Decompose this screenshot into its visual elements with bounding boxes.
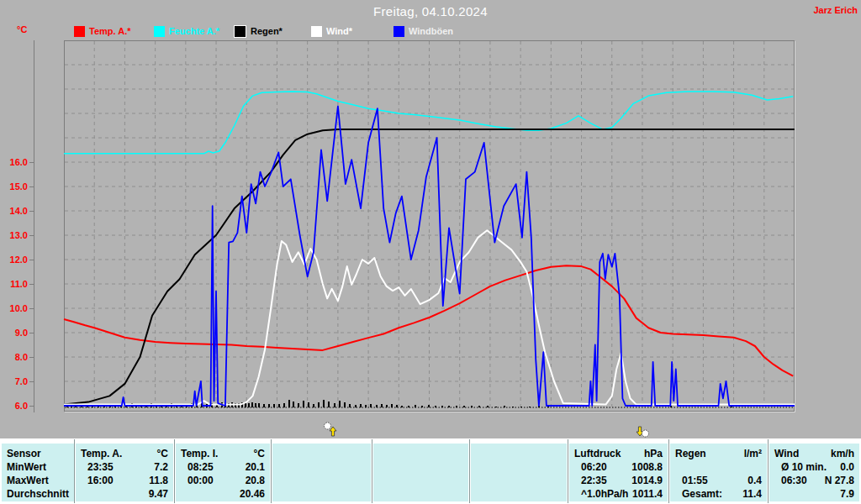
rain-interval-bar <box>448 406 450 407</box>
rain-interval-bar <box>547 407 549 407</box>
weather-app-window: Freitag, 04.10.2024 Jarz Erich °C Temp. … <box>0 0 861 504</box>
table-cell-left: Wind <box>774 447 799 460</box>
table-column-separator <box>768 439 769 503</box>
rain-interval-bar <box>386 405 388 407</box>
table-cell-value: °C <box>254 447 265 460</box>
rain-interval-bar <box>323 400 325 407</box>
table-row: Gesamt:11.4 <box>670 487 767 501</box>
table-column-temp-a-: Temp. A.°C23:357.216:0011.89.47 <box>76 444 173 501</box>
rain-interval-bar <box>293 402 294 407</box>
table-column-separator <box>668 439 669 503</box>
rain-interval-bar <box>245 403 246 407</box>
table-cell-value: °C <box>157 447 168 460</box>
table-cell-value: 1014.9 <box>631 474 663 487</box>
table-cell-left: Temp. A. <box>81 447 122 460</box>
table-row: 16:0011.8 <box>76 474 173 487</box>
rain-interval-bar <box>255 403 256 407</box>
table-cell-left: Temp. I. <box>181 447 218 460</box>
rain-interval-bar <box>365 405 367 407</box>
table-row <box>373 474 468 487</box>
table-row: 06:201008.8 <box>569 460 668 474</box>
rain-interval-bar <box>328 402 330 407</box>
table-cell-left <box>774 487 781 501</box>
rain-interval-bar <box>339 401 341 407</box>
table-header-row: Regenl/m² <box>670 447 767 460</box>
table-cell-left <box>378 474 385 487</box>
table-header-row: Temp. A.°C <box>76 447 173 460</box>
rain-interval-bar <box>303 401 304 407</box>
weather-chart <box>0 0 861 504</box>
table-row: MinWert <box>2 460 74 474</box>
rain-interval-bar <box>263 404 265 407</box>
table-cell-left <box>277 460 284 474</box>
table-cell-value: 1011.4 <box>632 487 663 501</box>
table-cell-left <box>378 460 385 474</box>
rain-interval-bar <box>456 406 457 407</box>
table-cell-value: 20.1 <box>246 460 265 474</box>
rain-interval-bar <box>463 406 465 407</box>
rain-interval-bar <box>251 402 253 407</box>
rain-interval-bar <box>273 404 275 407</box>
table-column-empty-4 <box>373 444 468 501</box>
table-row: 22:351014.9 <box>569 474 668 487</box>
table-cell-left: MinWert <box>7 460 46 474</box>
rain-interval-bar <box>258 403 260 407</box>
rain-interval-bar <box>495 407 497 407</box>
table-cell-value: 0.0 <box>840 460 854 474</box>
table-cell-left: MaxWert <box>7 474 49 487</box>
table-cell-left: 00:00 <box>181 474 214 487</box>
table-cell-value: km/h <box>831 447 854 460</box>
table-cell-left <box>378 487 385 501</box>
rain-interval-bar <box>360 404 362 407</box>
table-cell-left: 22:35 <box>574 474 607 487</box>
table-cell-value: 11.8 <box>149 474 168 487</box>
table-cell-left: 08:25 <box>181 460 214 474</box>
rain-interval-bar <box>334 403 335 407</box>
table-row <box>272 487 371 501</box>
table-cell-value: 7.9 <box>840 487 854 501</box>
table-cell-value: 11.4 <box>742 487 762 501</box>
series-feuchte-a- <box>64 92 793 154</box>
table-column-separator <box>271 439 272 503</box>
table-row <box>471 487 567 501</box>
rain-interval-bar <box>344 402 346 407</box>
table-cell-left: Gesamt: <box>675 487 722 501</box>
table-header-row <box>373 447 468 460</box>
table-cell-left <box>476 487 483 501</box>
table-column-separator <box>469 439 470 503</box>
rain-interval-bar <box>318 402 320 407</box>
table-row: 00:0020.8 <box>176 474 270 487</box>
rain-interval-bar <box>278 404 280 407</box>
table-row: Ø 10 min.0.0 <box>769 460 859 474</box>
table-cell-value: hPa <box>644 447 663 460</box>
table-row: 06:30N 27.8 <box>769 474 859 487</box>
rain-interval-bar <box>248 403 250 407</box>
stats-table: SensorMinWertMaxWertDurchschnittTemp. A.… <box>0 438 861 504</box>
rain-interval-bar <box>396 405 398 407</box>
table-cell-value: 1008.8 <box>631 460 663 474</box>
table-column-separator <box>174 439 175 503</box>
table-row: 08:2520.1 <box>176 460 270 474</box>
table-cell-left <box>81 487 87 501</box>
rain-interval-bar <box>283 403 285 407</box>
table-cell-left: Ø 10 min. <box>774 460 827 474</box>
table-cell-left: Luftdruck <box>574 447 621 460</box>
rain-interval-bar <box>355 405 357 407</box>
table-cell-value: 0.4 <box>747 474 762 487</box>
rain-interval-bar <box>381 404 383 407</box>
table-column-separator <box>74 439 75 503</box>
table-cell-left <box>476 474 483 487</box>
table-cell-left: 23:35 <box>81 460 114 474</box>
table-row <box>670 460 767 474</box>
rain-interval-bar <box>529 407 531 407</box>
table-cell-left: 06:20 <box>574 460 607 474</box>
rain-interval-bar <box>298 403 299 407</box>
rain-interval-bar <box>487 406 489 407</box>
rain-interval-bar <box>268 404 270 407</box>
table-cell-left <box>181 487 188 501</box>
rain-interval-bar <box>376 405 378 407</box>
table-column-regen: Regenl/m²01:550.4Gesamt:11.4 <box>670 444 767 501</box>
table-cell-left: 06:30 <box>774 474 807 487</box>
table-row <box>272 460 371 474</box>
table-cell-left: ^1.0hPa/h <box>574 487 628 501</box>
